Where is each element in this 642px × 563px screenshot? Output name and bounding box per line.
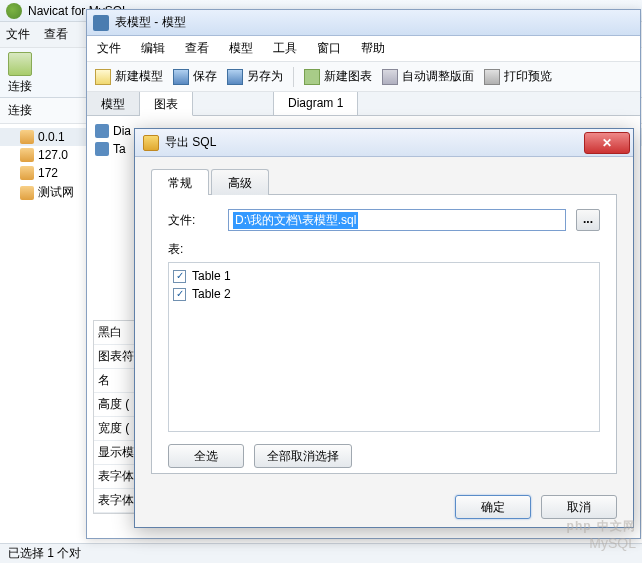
menu-file[interactable]: 文件 (6, 26, 30, 43)
browse-button[interactable]: ... (576, 209, 600, 231)
auto-layout-button[interactable]: 自动调整版面 (382, 68, 474, 85)
menu-view[interactable]: 查看 (44, 26, 68, 43)
btn-label: 新建图表 (324, 68, 372, 85)
tab-model[interactable]: 模型 (87, 92, 140, 115)
btn-label: 另存为 (247, 68, 283, 85)
menu-edit[interactable]: 编辑 (141, 40, 165, 57)
table-checkbox-item[interactable]: ✓ Table 2 (173, 285, 595, 303)
new-chart-button[interactable]: 新建图表 (304, 68, 372, 85)
table-name: Table 1 (192, 269, 231, 283)
tree-item-label: 测试网 (38, 184, 74, 201)
dialog-tabs: 常规 高级 (151, 169, 617, 195)
close-icon: ✕ (602, 136, 612, 150)
model-tabs: 模型 图表 Diagram 1 (87, 92, 640, 116)
tab-chart[interactable]: 图表 (140, 92, 193, 116)
status-text: 已选择 1 个对 (8, 545, 81, 562)
selection-buttons: 全选 全部取消选择 (168, 444, 600, 468)
menu-tools[interactable]: 工具 (273, 40, 297, 57)
file-row: 文件: D:\我的文档\表模型.sql ... (168, 209, 600, 231)
file-path-input[interactable]: D:\我的文档\表模型.sql (228, 209, 566, 231)
watermark: php 中文网 MySQL (567, 516, 636, 551)
tree-item-label: 0.0.1 (38, 130, 65, 144)
db-icon (20, 130, 34, 144)
btn-label: 自动调整版面 (402, 68, 474, 85)
tab-general[interactable]: 常规 (151, 169, 209, 195)
table-label: 表: (168, 241, 218, 258)
print-preview-button[interactable]: 打印预览 (484, 68, 552, 85)
sheet-icon (95, 124, 109, 138)
watermark-bottom: MySQL (567, 535, 636, 551)
btn-label: 打印预览 (504, 68, 552, 85)
connect-label: 连接 (8, 78, 32, 95)
table-name: Table 2 (192, 287, 231, 301)
export-icon (143, 135, 159, 151)
btn-label: 新建模型 (115, 68, 163, 85)
model-menu: 文件 编辑 查看 模型 工具 窗口 帮助 (87, 36, 640, 62)
save-as-icon (227, 69, 243, 85)
file-path-value: D:\我的文档\表模型.sql (233, 212, 358, 229)
new-model-button[interactable]: 新建模型 (95, 68, 163, 85)
dialog-footer: 确定 取消 (135, 487, 633, 527)
new-icon (95, 69, 111, 85)
ok-button[interactable]: 确定 (455, 495, 531, 519)
tree-item-label: 127.0 (38, 148, 68, 162)
menu-model[interactable]: 模型 (229, 40, 253, 57)
close-button[interactable]: ✕ (584, 132, 630, 154)
db-icon (20, 186, 34, 200)
btn-label: 保存 (193, 68, 217, 85)
layout-icon (382, 69, 398, 85)
select-all-button[interactable]: 全选 (168, 444, 244, 468)
status-bar: 已选择 1 个对 (0, 543, 642, 563)
deselect-all-button[interactable]: 全部取消选择 (254, 444, 352, 468)
file-label: 文件: (168, 212, 218, 229)
watermark-top: php (567, 519, 592, 533)
separator (293, 67, 294, 87)
model-title-bar[interactable]: 表模型 - 模型 (87, 10, 640, 36)
menu-window[interactable]: 窗口 (317, 40, 341, 57)
save-icon (173, 69, 189, 85)
table-checkbox-item[interactable]: ✓ Table 1 (173, 267, 595, 285)
item-label: Ta (113, 142, 126, 156)
print-icon (484, 69, 500, 85)
watermark-mid: 中文网 (597, 519, 636, 533)
connect-button[interactable]: 连接 (8, 52, 32, 95)
dialog-panel: 文件: D:\我的文档\表模型.sql ... 表: ✓ Table 1 ✓ T… (151, 194, 617, 474)
model-icon (93, 15, 109, 31)
save-as-button[interactable]: 另存为 (227, 68, 283, 85)
tab-advanced[interactable]: 高级 (211, 169, 269, 195)
db-icon (20, 166, 34, 180)
menu-file[interactable]: 文件 (97, 40, 121, 57)
model-title-text: 表模型 - 模型 (115, 14, 186, 31)
tab-diagram[interactable]: Diagram 1 (273, 92, 358, 115)
menu-help[interactable]: 帮助 (361, 40, 385, 57)
checkbox-icon[interactable]: ✓ (173, 270, 186, 283)
app-icon (6, 3, 22, 19)
table-list: ✓ Table 1 ✓ Table 2 (168, 262, 600, 432)
dialog-title-text: 导出 SQL (165, 134, 216, 151)
save-button[interactable]: 保存 (173, 68, 217, 85)
menu-view[interactable]: 查看 (185, 40, 209, 57)
export-sql-dialog: 导出 SQL ✕ 常规 高级 文件: D:\我的文档\表模型.sql ... 表… (134, 128, 634, 528)
sheet-icon (95, 142, 109, 156)
checkbox-icon[interactable]: ✓ (173, 288, 186, 301)
connect-icon (8, 52, 32, 76)
chart-icon (304, 69, 320, 85)
model-toolbar: 新建模型 保存 另存为 新建图表 自动调整版面 打印预览 (87, 62, 640, 92)
dialog-body: 常规 高级 文件: D:\我的文档\表模型.sql ... 表: ✓ Table… (135, 157, 633, 487)
item-label: Dia (113, 124, 131, 138)
dialog-title-bar[interactable]: 导出 SQL ✕ (135, 129, 633, 157)
db-icon (20, 148, 34, 162)
tree-item-label: 172 (38, 166, 58, 180)
